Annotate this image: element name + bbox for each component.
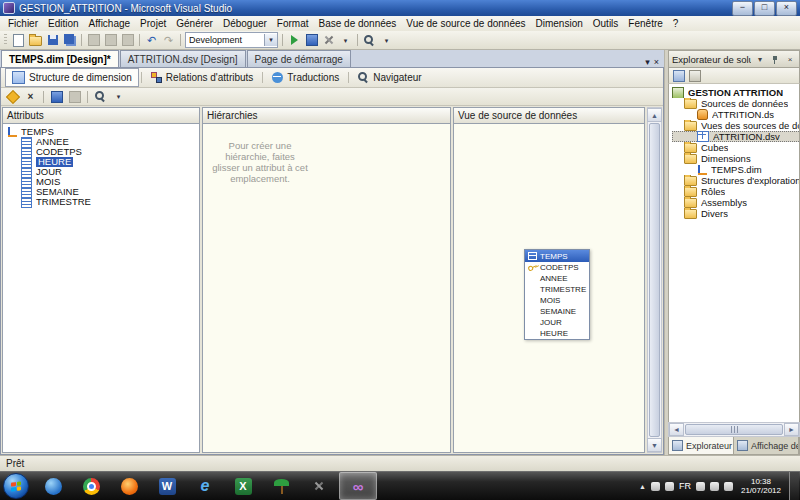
table-field-mois[interactable]: MOIS [525, 295, 589, 306]
taskbar-clock[interactable]: 10:38 21/07/2012 [738, 477, 784, 496]
menu-aide[interactable]: ? [668, 18, 684, 29]
designer-vertical-scrollbar[interactable]: ▲ ▼ [647, 107, 662, 453]
find-button[interactable] [362, 33, 377, 48]
table-field-heure[interactable]: HEURE [525, 328, 589, 339]
taskbar-tools-app-icon[interactable] [301, 473, 337, 499]
menu-dimension[interactable]: Dimension [531, 18, 588, 29]
network-icon[interactable] [696, 482, 705, 491]
tree-node-trimestre[interactable]: TRIMESTRE [7, 197, 199, 207]
tree-node-codetps[interactable]: CODETPS [7, 147, 199, 157]
toolbar-grip[interactable] [4, 34, 7, 46]
tab-structure-de-dimension[interactable]: Structure de dimension [5, 68, 139, 87]
tree-node-structures-exploration[interactable]: Structures d'exploration de do [672, 175, 799, 186]
scroll-up-icon[interactable]: ▲ [647, 108, 662, 122]
refresh-icon[interactable] [689, 70, 701, 82]
auto-hide-pin-icon[interactable] [769, 54, 781, 65]
tree-node-assemblys[interactable]: Assemblys [672, 197, 799, 208]
taskbar-visual-studio-icon[interactable]: ∞ [339, 472, 377, 500]
build-button[interactable] [304, 33, 319, 48]
open-file-button[interactable] [28, 33, 43, 48]
menu-vue-de-source-de-donnees[interactable]: Vue de source de données [401, 18, 530, 29]
menu-base-de-donnees[interactable]: Base de données [314, 18, 402, 29]
tab-navigateur[interactable]: Navigateur [351, 68, 428, 87]
chevron-down-icon[interactable]: ▾ [264, 34, 277, 46]
show-hidden-icons-button[interactable]: ▲ [639, 483, 646, 490]
tab-affichage-classes[interactable]: Affichage de ... [734, 437, 799, 454]
menu-deboguer[interactable]: Déboguer [218, 18, 272, 29]
close-document-icon[interactable]: × [654, 58, 659, 67]
tab-page-demarrage[interactable]: Page de démarrage [247, 50, 351, 67]
save-button[interactable] [45, 33, 60, 48]
menu-affichage[interactable]: Affichage [84, 18, 136, 29]
solution-configuration-combo[interactable]: Development ▾ [185, 32, 278, 48]
menu-projet[interactable]: Projet [135, 18, 171, 29]
scroll-right-icon[interactable]: ► [784, 423, 799, 436]
menu-format[interactable]: Format [272, 18, 314, 29]
process-button[interactable] [287, 33, 302, 48]
redo-button[interactable]: ↷ [161, 33, 176, 48]
menu-fichier[interactable]: Fichier [3, 18, 43, 29]
new-attribute-button[interactable] [5, 89, 20, 104]
hierarchies-pane-body[interactable]: Pour créer une hiérarchie, faites glisse… [203, 124, 450, 452]
menu-generer[interactable]: Générer [171, 18, 218, 29]
taskbar-palm-app-icon[interactable] [263, 473, 299, 499]
zoom-dropdown-button[interactable]: ▾ [111, 89, 126, 104]
show-desktop-button[interactable] [789, 472, 799, 500]
table-field-annee[interactable]: ANNEE [525, 273, 589, 284]
paste-button[interactable] [120, 33, 135, 48]
properties-icon[interactable] [673, 70, 685, 82]
tree-node-temps-dim[interactable]: TEMPS.dim [672, 164, 799, 175]
taskbar-excel-icon[interactable]: X [225, 473, 261, 499]
tree-node-attrition-dsv[interactable]: ATTRITION.dsv [672, 131, 800, 142]
taskbar-firefox-icon[interactable] [111, 473, 147, 499]
scrollbar-thumb[interactable] [649, 123, 660, 437]
menu-edition[interactable]: Edition [43, 18, 84, 29]
table-field-trimestre[interactable]: TRIMESTRE [525, 284, 589, 295]
tray-app-icon[interactable] [665, 482, 674, 491]
toolbar-options-button[interactable]: ▾ [338, 33, 353, 48]
temps-table-diagram[interactable]: TEMPS CODETPS ANNEE [524, 249, 590, 340]
maximize-button[interactable]: □ [754, 1, 775, 16]
tab-relations-attributs[interactable]: Relations d'attributs [144, 68, 261, 87]
start-button[interactable] [3, 473, 29, 499]
language-indicator[interactable]: FR [679, 481, 691, 491]
solution-horizontal-scrollbar[interactable]: ◄ ► [668, 422, 800, 437]
list-view-button[interactable] [49, 89, 64, 104]
tree-node-dimensions[interactable]: Dimensions [672, 153, 799, 164]
scroll-left-icon[interactable]: ◄ [669, 423, 684, 436]
table-field-jour[interactable]: JOUR [525, 317, 589, 328]
table-diagram-header[interactable]: TEMPS [525, 250, 589, 262]
close-panel-icon[interactable]: × [784, 54, 796, 65]
taskbar-chrome-icon[interactable] [73, 473, 109, 499]
cut-button[interactable] [86, 33, 101, 48]
taskbar-internet-explorer-icon[interactable]: e [187, 473, 223, 499]
tools-button[interactable] [321, 33, 336, 48]
tab-traductions[interactable]: Traductions [265, 68, 346, 87]
tree-node-sources-de-donnees[interactable]: Sources de données [672, 98, 799, 109]
table-field-codetps[interactable]: CODETPS [525, 262, 589, 273]
minimize-button[interactable]: − [732, 1, 753, 16]
menu-fenetre[interactable]: Fenêtre [623, 18, 667, 29]
tab-attrition-dsv[interactable]: ATTRITION.dsv [Design] [120, 50, 246, 67]
tree-node-divers[interactable]: Divers [672, 208, 799, 219]
menu-outils[interactable]: Outils [588, 18, 624, 29]
taskbar-messenger-icon[interactable] [35, 473, 71, 499]
action-center-icon[interactable] [724, 482, 733, 491]
close-button[interactable]: × [776, 1, 797, 16]
zoom-button[interactable] [93, 89, 108, 104]
tab-temps-dim[interactable]: TEMPS.dim [Design]* [1, 50, 119, 67]
new-item-button[interactable] [11, 33, 26, 48]
tab-list-dropdown-icon[interactable]: ▾ [645, 58, 650, 67]
taskbar-word-icon[interactable]: W [149, 473, 185, 499]
delete-button[interactable]: × [23, 89, 38, 104]
tree-node-vues-des-sources[interactable]: Vues des sources de données [672, 120, 799, 131]
toolbar-overflow-button[interactable]: ▾ [379, 33, 394, 48]
window-menu-icon[interactable]: ▾ [754, 54, 766, 65]
tree-node-attrition-ds[interactable]: ATTRITION.ds [672, 109, 799, 120]
undo-button[interactable]: ↶ [144, 33, 159, 48]
tree-node-roles[interactable]: Rôles [672, 186, 799, 197]
scroll-down-icon[interactable]: ▼ [647, 438, 662, 452]
tray-app-icon[interactable] [651, 482, 660, 491]
tree-node-cubes[interactable]: Cubes [672, 142, 799, 153]
save-all-button[interactable] [62, 33, 77, 48]
